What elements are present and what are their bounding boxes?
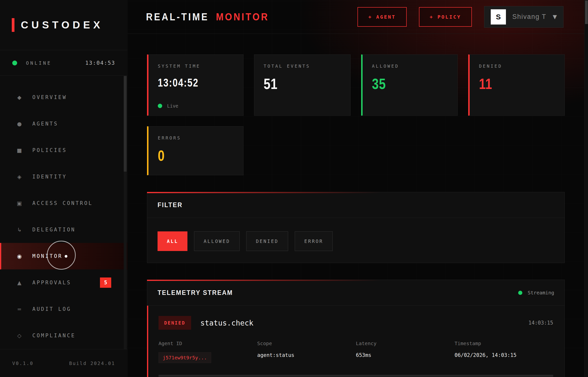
stat-label: SYSTEM TIME — [158, 63, 234, 69]
sidebar-item-label: ACCESS CONTROL — [32, 200, 93, 206]
stat-card-allowed: ALLOWED 35 — [361, 54, 458, 116]
avatar: S — [491, 9, 506, 25]
stat-card-total-events: TOTAL EVENTS 51 — [254, 54, 351, 116]
window-scrollbar-thumb[interactable] — [585, 0, 588, 24]
filter-button-denied[interactable]: DENIED — [246, 231, 288, 251]
stat-card-denied: DENIED 11 — [468, 54, 565, 116]
sidebar-nav: ◆ OVERVIEW ● AGENTS ■ POLICIES ◈ IDENTIT… — [0, 76, 127, 349]
chevron-down-icon: ▼ — [553, 14, 557, 20]
field-latency: Latency 653ms — [356, 340, 455, 363]
main-area: REAL-TIME MONITOR + AGENT + POLICY S Shi… — [127, 0, 588, 377]
sidebar-item-label: IDENTITY — [32, 174, 67, 180]
sidebar-footer: V0.1.0 Build 2024.01 — [0, 349, 127, 377]
sidebar-item-label: AUDIT LOG — [32, 306, 71, 312]
logo-accent-bar — [12, 18, 14, 32]
stat-label: DENIED — [479, 63, 555, 69]
header-actions: + AGENT + POLICY S Shivang T ▼ — [357, 6, 564, 28]
telemetry-panel-header: TELEMETRY STREAM Streaming — [147, 280, 564, 306]
app-version: V0.1.0 — [12, 361, 34, 366]
sidebar-item-agents[interactable]: ● AGENTS — [0, 111, 127, 137]
bullseye-icon: ◉ — [15, 253, 24, 259]
field-timestamp: Timestamp 06/02/2026, 14:03:15 — [454, 340, 553, 363]
sidebar-item-label: AGENTS — [32, 121, 58, 127]
filter-title: FILTER — [158, 201, 183, 209]
sidebar-item-label: COMPLIANCE — [32, 333, 75, 339]
live-dot-icon — [158, 104, 162, 108]
sidebar: CUSTODEX ONLINE 13:04:53 ◆ OVERVIEW ● AG… — [0, 0, 127, 377]
filter-panel-header: FILTER — [147, 192, 564, 218]
filter-button-allowed[interactable]: ALLOWED — [194, 231, 240, 251]
sidebar-item-delegation[interactable]: ↳ DELEGATION — [0, 216, 127, 243]
field-value: agent:status — [257, 352, 356, 358]
stat-value-allowed: 35 — [372, 75, 433, 92]
streaming-status: Streaming — [518, 290, 554, 296]
sidebar-item-policies[interactable]: ■ POLICIES — [0, 137, 127, 163]
sidebar-item-label: APPROVALS — [32, 280, 71, 286]
sidebar-scrollbar-thumb[interactable] — [124, 76, 127, 172]
app-window: CUSTODEX ONLINE 13:04:53 ◆ OVERVIEW ● AG… — [0, 0, 588, 377]
sidebar-item-label: POLICIES — [32, 147, 67, 153]
sidebar-item-label: DELEGATION — [32, 227, 75, 233]
sidebar-item-access-control[interactable]: ▣ ACCESS CONTROL — [0, 190, 127, 216]
triangle-icon: ▲ — [15, 280, 24, 286]
event-divider — [159, 375, 553, 377]
event-name: status.check — [200, 319, 254, 327]
stat-value-denied: 11 — [479, 75, 540, 92]
stat-label: TOTAL EVENTS — [264, 63, 341, 69]
logo: CUSTODEX — [0, 0, 127, 50]
page-content: SYSTEM TIME 13:04:52 Live TOTAL EVENTS 5… — [127, 34, 588, 377]
sidebar-scrollbar[interactable] — [124, 76, 127, 349]
sidebar-clock: 13:04:53 — [85, 60, 115, 66]
lines-icon: = — [15, 306, 24, 312]
stats-grid: SYSTEM TIME 13:04:52 Live TOTAL EVENTS 5… — [147, 54, 565, 175]
telemetry-event: DENIED status.check 14:03:15 Agent ID j5… — [147, 306, 564, 377]
telemetry-title: TELEMETRY STREAM — [158, 289, 233, 297]
stat-card-errors: ERRORS 0 — [147, 126, 244, 175]
field-label: Latency — [356, 340, 455, 346]
window-scrollbar[interactable] — [584, 0, 588, 377]
stat-label: ERRORS — [158, 135, 234, 140]
filter-panel: FILTER ALL ALLOWED DENIED ERROR — [147, 192, 565, 263]
sidebar-item-overview[interactable]: ◆ OVERVIEW — [0, 84, 127, 111]
stat-card-system-time: SYSTEM TIME 13:04:52 Live — [147, 54, 244, 116]
event-status-badge: DENIED — [159, 316, 191, 330]
circle-filled-icon: ● — [15, 121, 24, 127]
filter-button-all[interactable]: ALL — [158, 231, 187, 251]
field-agent-id: Agent ID j571ew9t9r5y... — [159, 340, 257, 363]
streaming-label: Streaming — [528, 290, 554, 296]
monitor-notification-dot — [65, 255, 67, 258]
logo-text: CUSTODEX — [21, 19, 103, 31]
user-name: Shivang T — [512, 13, 546, 21]
page-title-primary: REAL-TIME — [146, 11, 209, 23]
live-label: Live — [167, 103, 178, 109]
telemetry-panel: TELEMETRY STREAM Streaming DENIED status… — [147, 280, 565, 377]
page-title: REAL-TIME MONITOR — [146, 11, 269, 23]
agent-id-pill[interactable]: j571ew9t9r5y... — [159, 352, 211, 363]
diamond-filled-icon: ◆ — [15, 94, 24, 101]
field-label: Agent ID — [159, 340, 257, 346]
sidebar-item-compliance[interactable]: ◇ COMPLIANCE — [0, 322, 127, 349]
sidebar-item-label: MONITOR — [32, 253, 63, 259]
add-policy-button[interactable]: + POLICY — [419, 7, 472, 27]
filter-button-error[interactable]: ERROR — [295, 231, 333, 251]
field-value: 06/02/2026, 14:03:15 — [454, 352, 553, 358]
online-status-dot-icon — [12, 61, 17, 65]
sidebar-item-label: OVERVIEW — [32, 94, 67, 100]
sidebar-item-audit-log[interactable]: = AUDIT LOG — [0, 296, 127, 322]
field-scope: Scope agent:status — [257, 340, 356, 363]
event-fields: Agent ID j571ew9t9r5y... Scope agent:sta… — [159, 340, 553, 363]
user-menu[interactable]: S Shivang T ▼ — [484, 6, 564, 28]
stat-value-total-events: 51 — [264, 75, 326, 92]
connection-status: ONLINE 13:04:53 — [0, 50, 127, 76]
sidebar-item-approvals[interactable]: ▲ APPROVALS 5 — [0, 269, 127, 296]
field-label: Timestamp — [454, 340, 553, 346]
field-value: 653ms — [356, 352, 455, 358]
diamond-hollow-icon: ◇ — [15, 333, 24, 339]
event-header-row: DENIED status.check 14:03:15 — [159, 316, 553, 330]
sidebar-item-identity[interactable]: ◈ IDENTITY — [0, 163, 127, 190]
sidebar-item-monitor[interactable]: ◉ MONITOR — [0, 243, 127, 269]
app-build: Build 2024.01 — [69, 361, 115, 366]
add-agent-button[interactable]: + AGENT — [357, 7, 406, 27]
square-filled-icon: ■ — [15, 147, 24, 153]
event-time: 14:03:15 — [528, 320, 553, 326]
